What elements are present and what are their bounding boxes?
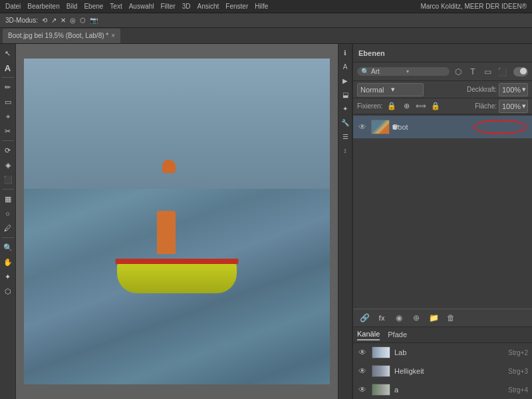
mode-icon-3[interactable]: ✕ [61, 17, 66, 24]
opacity-input[interactable]: 100% ▾ [499, 83, 528, 96]
tool-rect[interactable]: ▭ [1, 95, 15, 108]
tool-gradient[interactable]: ▦ [1, 192, 15, 205]
fix-icon-1[interactable]: 🔒 [386, 101, 397, 112]
mode-icon-6[interactable]: 📷 [90, 17, 98, 24]
menu-item-fenster[interactable]: Fenster [223, 3, 251, 10]
mode-icon-2[interactable]: ↗ [51, 17, 57, 24]
opacity-group: Deckkraft: 100% ▾ [467, 83, 528, 96]
filter-icon-2[interactable]: T [467, 66, 479, 78]
menu-item-ebene[interactable]: Ebene [81, 3, 106, 10]
strip-btn-5[interactable]: 🔧 [339, 116, 351, 128]
person-head [162, 160, 176, 173]
layer-link-button[interactable]: 🔗 [358, 312, 370, 324]
menu-item-bild[interactable]: Bild [64, 3, 80, 10]
menu-item-3d[interactable]: 3D [180, 3, 194, 10]
channel-visibility-hell[interactable]: 👁 [357, 366, 368, 376]
menu-item-ansicht[interactable]: Ansicht [195, 3, 222, 10]
layer-search-input[interactable] [371, 68, 404, 75]
layer-visibility-boot[interactable]: 👁 [357, 122, 368, 132]
tool-clone[interactable]: ◈ [1, 158, 15, 172]
boat-hull [117, 260, 237, 293]
fix-icon-2[interactable]: ⊕ [401, 101, 412, 112]
tab-label: Boot.jpg bei 19,5% (Boot, Lab/8) * [8, 32, 108, 39]
toolbar-separator-1 [2, 77, 14, 78]
flaeche-input[interactable]: 100% ▾ [499, 100, 528, 113]
tool-3d[interactable]: ⬡ [1, 285, 15, 298]
tool-crop[interactable]: ✂ [1, 124, 15, 138]
channel-shortcut-hell: Strg+3 [508, 368, 528, 375]
filter-icon-3[interactable]: ▭ [481, 66, 493, 78]
tool-eraser[interactable]: ⬛ [1, 173, 15, 186]
layer-mask-button[interactable]: ◉ [393, 312, 405, 324]
layer-group-button[interactable]: 📁 [428, 312, 440, 324]
channel-list: 👁 Lab Strg+2 👁 Helligkeit Strg+3 [353, 343, 532, 399]
strip-btn-2[interactable]: ▶ [339, 74, 351, 86]
layer-item-boot[interactable]: 👁 Boot ☛ [353, 116, 532, 138]
panel-bottom-bar: 🔗 fx ◉ ⊕ 📁 🗑 [353, 309, 532, 327]
toolbar-separator-2 [2, 140, 14, 141]
channel-name-lab: Lab [394, 348, 504, 356]
right-panel: Ebenen 🔍 ▾ ⬡ T ▭ ⬛ Normal ▾ Deckkraf [352, 44, 532, 399]
tab-close-button[interactable]: × [111, 32, 115, 39]
channel-visibility-a[interactable]: 👁 [357, 384, 368, 395]
strip-btn-3[interactable]: ⬓ [339, 88, 351, 100]
tool-select[interactable]: ↖ [1, 47, 15, 60]
fix-icon-4[interactable]: 🔒 [430, 101, 441, 112]
canvas-image [24, 59, 330, 384]
tool-dodge[interactable]: ○ [1, 207, 15, 220]
menu-item-auswahl[interactable]: Auswahl [126, 3, 157, 10]
channel-thumb-lab [372, 346, 390, 358]
mode-icon-1[interactable]: ⟲ [42, 17, 47, 24]
layer-delete-button[interactable]: 🗑 [445, 312, 457, 324]
menu-item-hilfe[interactable]: Hilfe [252, 3, 271, 10]
channel-shortcut-a: Strg+4 [508, 386, 528, 394]
flaeche-value: 100% [502, 102, 521, 110]
channel-thumb-hell [372, 365, 390, 377]
filter-icon-1[interactable]: ⬡ [452, 66, 464, 78]
tool-brush[interactable]: ✏ [1, 80, 15, 94]
strip-btn-7[interactable]: ↕ [339, 144, 351, 156]
fix-icon-3[interactable]: ⟺ [416, 101, 426, 112]
tool-eyedrop[interactable]: ✦ [1, 270, 15, 283]
mode-icon-4[interactable]: ◎ [70, 17, 76, 24]
top-menubar: Datei Bearbeiten Bild Ebene Text Auswahl… [0, 0, 532, 13]
tab-pfade[interactable]: Pfade [388, 331, 407, 340]
strip-btn-info[interactable]: ℹ [339, 47, 351, 59]
flaeche-group: Fläche: 100% ▾ [475, 100, 528, 113]
layer-thumbnail-boot [371, 120, 390, 134]
tool-zoom[interactable]: 🔍 [1, 241, 15, 254]
strip-btn-4[interactable]: ✦ [339, 102, 351, 114]
tab-kanaele[interactable]: Kanäle [357, 330, 380, 340]
channel-item-lab[interactable]: 👁 Lab Strg+2 [353, 343, 532, 362]
channel-item-a[interactable]: 👁 a Strg+4 [353, 380, 532, 399]
blend-mode-select[interactable]: Normal ▾ [357, 83, 424, 96]
panel-filter-toolbar: 🔍 ▾ ⬡ T ▭ ⬛ [353, 63, 532, 81]
channel-thumb-a [372, 384, 390, 396]
filter-icon-4[interactable]: ⬛ [496, 66, 508, 78]
channel-item-helligkeit[interactable]: 👁 Helligkeit Strg+3 [353, 362, 532, 380]
layer-adjustment-button[interactable]: ⊕ [410, 312, 422, 324]
search-icon: 🔍 [361, 68, 369, 75]
menu-item-datei[interactable]: Datei [3, 3, 23, 10]
menu-item-filter[interactable]: Filter [158, 3, 178, 10]
kanaele-tabs: Kanäle Pfade [353, 327, 532, 343]
menu-item-bearbeiten[interactable]: Bearbeiten [25, 3, 62, 10]
eye-icon-hell: 👁 [358, 366, 366, 376]
menu-item-text[interactable]: Text [107, 3, 124, 10]
document-tab[interactable]: Boot.jpg bei 19,5% (Boot, Lab/8) * × [3, 29, 120, 43]
strip-btn-6[interactable]: ☰ [339, 130, 351, 142]
tool-text[interactable]: A [1, 61, 15, 74]
strip-btn-1[interactable]: A [339, 61, 351, 72]
filter-toggle[interactable] [513, 67, 528, 76]
layer-fx-button[interactable]: fx [376, 312, 388, 324]
mode-icon-5[interactable]: ⬡ [80, 17, 86, 24]
tool-heal[interactable]: ⟳ [1, 144, 15, 157]
person-body [157, 211, 176, 254]
mid-strip: ℹ A ▶ ⬓ ✦ 🔧 ☰ ↕ [338, 44, 352, 399]
channel-visibility-lab[interactable]: 👁 [357, 347, 368, 358]
search-dropdown-arrow[interactable]: ▾ [406, 68, 409, 74]
tool-lasso[interactable]: ⌖ [1, 110, 15, 123]
tool-pen[interactable]: 🖊 [1, 221, 15, 235]
tool-hand[interactable]: ✋ [1, 255, 15, 269]
layer-search-box[interactable]: 🔍 ▾ [357, 67, 450, 76]
